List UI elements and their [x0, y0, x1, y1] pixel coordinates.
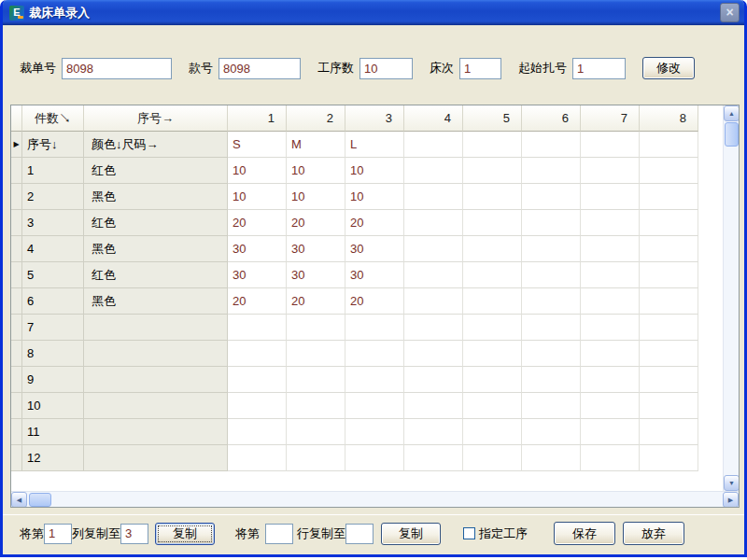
- grid-cell[interactable]: M: [287, 132, 345, 158]
- grid-cell[interactable]: [581, 393, 640, 419]
- color-cell[interactable]: [84, 341, 228, 367]
- grid-cell[interactable]: [640, 419, 698, 445]
- grid-cell[interactable]: [640, 445, 698, 471]
- grid-cell[interactable]: [640, 315, 698, 341]
- grid-cell[interactable]: [463, 262, 522, 288]
- grid-cell[interactable]: [581, 315, 640, 341]
- grid-cell[interactable]: [404, 315, 463, 341]
- grid-cell[interactable]: [228, 315, 287, 341]
- grid-cell[interactable]: [581, 367, 640, 393]
- grid-cell[interactable]: [404, 132, 463, 158]
- grid-cell[interactable]: [522, 184, 581, 210]
- row-copy-to-field[interactable]: [345, 524, 374, 544]
- scroll-down-icon[interactable]: ▼: [724, 475, 740, 491]
- row-number-cell[interactable]: 1: [22, 158, 84, 184]
- grid-cell[interactable]: 20: [287, 210, 345, 236]
- bed-no-field[interactable]: [459, 58, 501, 79]
- grid-cell[interactable]: [404, 341, 463, 367]
- discard-button[interactable]: 放弃: [623, 522, 684, 545]
- row-number-cell[interactable]: 8: [22, 341, 84, 367]
- grid-cell[interactable]: 20: [345, 288, 404, 315]
- grid-cell[interactable]: [228, 419, 287, 445]
- grid-cell[interactable]: [404, 419, 463, 445]
- grid-cell[interactable]: [463, 132, 522, 158]
- grid-cell[interactable]: [640, 158, 698, 184]
- vertical-scroll-thumb[interactable]: [725, 122, 739, 147]
- grid-cell[interactable]: [640, 341, 698, 367]
- grid-cell[interactable]: [522, 393, 581, 419]
- grid-cell[interactable]: [581, 419, 640, 445]
- color-cell[interactable]: 黑色: [84, 184, 228, 210]
- row-number-cell[interactable]: 5: [22, 262, 84, 288]
- color-cell[interactable]: 黑色: [84, 236, 228, 262]
- modify-button[interactable]: 修改: [642, 57, 695, 79]
- grid-cell[interactable]: [640, 367, 698, 393]
- grid-cell[interactable]: [228, 367, 287, 393]
- grid-cell[interactable]: [522, 367, 581, 393]
- grid-cell[interactable]: 30: [345, 262, 404, 288]
- grid-cell[interactable]: [287, 393, 345, 419]
- grid-cell[interactable]: 20: [228, 210, 287, 236]
- color-cell[interactable]: 红色: [84, 262, 228, 288]
- grid-cell[interactable]: [463, 236, 522, 262]
- grid-cell[interactable]: [287, 341, 345, 367]
- color-cell[interactable]: [84, 315, 228, 341]
- grid-cell[interactable]: 30: [228, 262, 287, 288]
- grid-cell[interactable]: [463, 184, 522, 210]
- grid-cell[interactable]: 30: [287, 236, 345, 262]
- row-number-cell[interactable]: 2: [22, 184, 84, 210]
- grid-cell[interactable]: [345, 315, 404, 341]
- grid-cell[interactable]: 10: [287, 184, 345, 210]
- grid-cell[interactable]: [228, 445, 287, 471]
- row-number-cell[interactable]: 10: [22, 393, 84, 419]
- grid-cell[interactable]: [463, 393, 522, 419]
- grid-cell[interactable]: [345, 393, 404, 419]
- row-number-cell[interactable]: 11: [22, 419, 84, 445]
- grid-cell[interactable]: [404, 367, 463, 393]
- grid-cell[interactable]: [345, 419, 404, 445]
- grid-cell[interactable]: S: [228, 132, 287, 158]
- grid-cell[interactable]: [522, 262, 581, 288]
- grid-cell[interactable]: [463, 419, 522, 445]
- grid-cell[interactable]: [345, 341, 404, 367]
- close-icon[interactable]: ×: [720, 3, 740, 22]
- color-cell[interactable]: [84, 445, 228, 471]
- grid-cell[interactable]: [463, 288, 522, 315]
- scroll-left-icon[interactable]: ◀: [11, 492, 27, 508]
- grid-cell[interactable]: [228, 393, 287, 419]
- col-copy-button[interactable]: 复制: [155, 523, 215, 545]
- grid-cell[interactable]: 20: [228, 288, 287, 315]
- grid-cell[interactable]: [404, 262, 463, 288]
- row-number-cell[interactable]: 序号↓: [22, 132, 84, 158]
- grid-cell[interactable]: [404, 445, 463, 471]
- grid-cell[interactable]: [404, 158, 463, 184]
- grid-cell[interactable]: [522, 132, 581, 158]
- grid-cell[interactable]: L: [345, 132, 404, 158]
- grid-cell[interactable]: [581, 210, 640, 236]
- grid-cell[interactable]: [404, 184, 463, 210]
- grid-cell[interactable]: [404, 210, 463, 236]
- grid-cell[interactable]: [581, 236, 640, 262]
- grid-cell[interactable]: [640, 184, 698, 210]
- grid-cell[interactable]: [522, 419, 581, 445]
- grid-cell[interactable]: 10: [287, 158, 345, 184]
- grid-cell[interactable]: 30: [228, 236, 287, 262]
- grid-cell[interactable]: 20: [345, 210, 404, 236]
- grid-cell[interactable]: 10: [228, 184, 287, 210]
- grid-cell[interactable]: [640, 236, 698, 262]
- grid-cell[interactable]: 10: [228, 158, 287, 184]
- grid-cell[interactable]: [463, 341, 522, 367]
- color-cell[interactable]: 黑色: [84, 288, 228, 315]
- grid-cell[interactable]: [463, 158, 522, 184]
- row-number-cell[interactable]: 7: [22, 315, 84, 341]
- grid-cell[interactable]: [581, 158, 640, 184]
- order-no-field[interactable]: [62, 58, 172, 79]
- start-bundle-field[interactable]: [572, 58, 626, 79]
- grid-cell[interactable]: [463, 315, 522, 341]
- grid-cell[interactable]: [404, 288, 463, 315]
- grid-cell[interactable]: 10: [345, 158, 404, 184]
- col-copy-from-field[interactable]: [44, 524, 72, 544]
- color-cell[interactable]: 红色: [84, 158, 228, 184]
- horizontal-scrollbar[interactable]: ◀ ▶: [11, 491, 739, 507]
- grid-cell[interactable]: [345, 367, 404, 393]
